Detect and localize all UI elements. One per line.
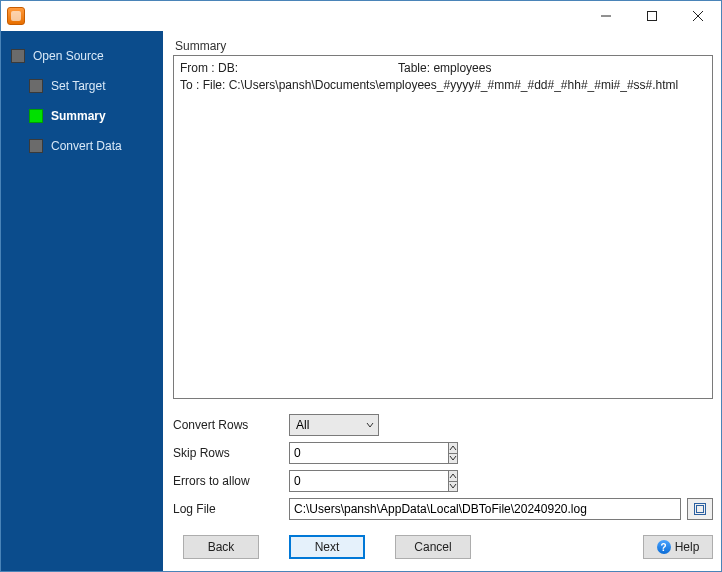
skip-rows-spinner (289, 442, 365, 464)
window-controls (583, 1, 721, 31)
skip-rows-spin-buttons (448, 442, 458, 464)
chevron-down-icon (366, 421, 374, 429)
sidebar-item-open-source[interactable]: Open Source (1, 41, 163, 71)
cancel-button[interactable]: Cancel (395, 535, 471, 559)
log-file-label: Log File (173, 502, 289, 516)
minimize-button[interactable] (583, 1, 629, 31)
browse-icon (693, 502, 707, 516)
next-button[interactable]: Next (289, 535, 365, 559)
summary-table-prefix: Table: (398, 61, 433, 75)
sidebar-item-label: Convert Data (51, 139, 122, 153)
app-window: Open Source Set Target Summary Convert D… (0, 0, 722, 572)
convert-rows-value: All (296, 418, 309, 432)
cancel-button-label: Cancel (414, 540, 451, 554)
errors-allow-label: Errors to allow (173, 474, 289, 488)
sidebar-item-label: Set Target (51, 79, 105, 93)
spin-up-button[interactable] (449, 471, 457, 481)
content-area: Open Source Set Target Summary Convert D… (1, 31, 721, 571)
app-icon (7, 7, 25, 25)
step-icon (29, 79, 43, 93)
svg-rect-1 (648, 12, 657, 21)
sidebar-item-summary[interactable]: Summary (1, 101, 163, 131)
main-panel: Summary From : DB:Table: employees To : … (163, 31, 721, 571)
errors-allow-input[interactable] (289, 470, 448, 492)
next-button-label: Next (315, 540, 340, 554)
row-convert-rows: Convert Rows All (173, 411, 713, 439)
summary-from-line: From : DB:Table: employees (180, 60, 706, 77)
maximize-button[interactable] (629, 1, 675, 31)
back-button[interactable]: Back (183, 535, 259, 559)
close-button[interactable] (675, 1, 721, 31)
row-log-file: Log File (173, 495, 713, 523)
spin-down-button[interactable] (449, 453, 457, 464)
errors-allow-spin-buttons (448, 470, 458, 492)
step-icon-active (29, 109, 43, 123)
spin-down-button[interactable] (449, 481, 457, 492)
errors-allow-spinner (289, 470, 365, 492)
titlebar (1, 1, 721, 31)
options-form: Convert Rows All Skip Rows (173, 411, 713, 523)
log-file-browse-button[interactable] (687, 498, 713, 520)
skip-rows-input[interactable] (289, 442, 448, 464)
summary-to-line: To : File: C:\Users\pansh\Documents\empl… (180, 77, 706, 94)
row-skip-rows: Skip Rows (173, 439, 713, 467)
sidebar-item-label: Open Source (33, 49, 104, 63)
convert-rows-select[interactable]: All (289, 414, 379, 436)
sidebar-item-label: Summary (51, 109, 106, 123)
row-errors-allow: Errors to allow (173, 467, 713, 495)
svg-rect-5 (697, 506, 704, 513)
titlebar-left (1, 7, 25, 25)
step-icon (29, 139, 43, 153)
help-button[interactable]: ? Help (643, 535, 713, 559)
step-icon (11, 49, 25, 63)
help-button-label: Help (675, 540, 700, 554)
sidebar-item-convert-data[interactable]: Convert Data (1, 131, 163, 161)
help-icon: ? (657, 540, 671, 554)
log-file-input[interactable] (289, 498, 681, 520)
summary-from-prefix: From : DB: (180, 61, 238, 75)
back-button-label: Back (208, 540, 235, 554)
summary-table-name: employees (433, 61, 491, 75)
skip-rows-label: Skip Rows (173, 446, 289, 460)
summary-textbox[interactable]: From : DB:Table: employees To : File: C:… (173, 55, 713, 399)
spin-up-button[interactable] (449, 443, 457, 453)
sidebar-item-set-target[interactable]: Set Target (1, 71, 163, 101)
section-title: Summary (173, 39, 713, 53)
summary-to-path: C:\Users\pansh\Documents\employees_#yyyy… (229, 78, 679, 92)
summary-to-prefix: To : File: (180, 78, 229, 92)
wizard-button-bar: Back Next Cancel ? Help (173, 523, 713, 563)
wizard-sidebar: Open Source Set Target Summary Convert D… (1, 31, 163, 571)
convert-rows-label: Convert Rows (173, 418, 289, 432)
